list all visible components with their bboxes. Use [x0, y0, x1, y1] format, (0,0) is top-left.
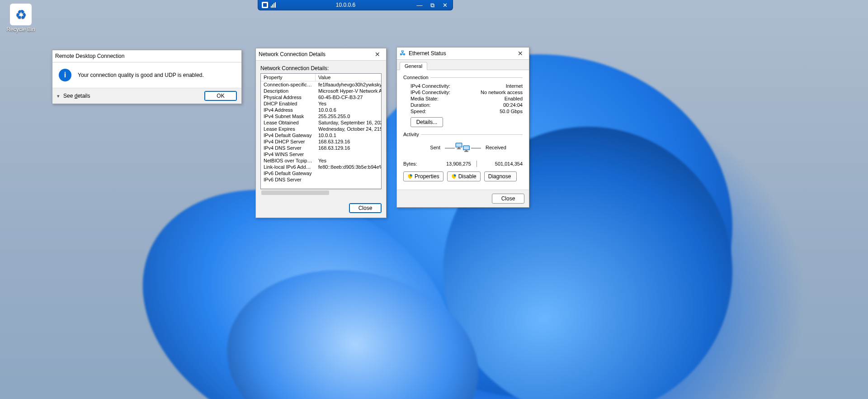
chevron-down-icon[interactable]: ▾ — [57, 93, 60, 99]
table-row[interactable]: DHCP EnabledYes — [261, 100, 382, 107]
property-cell: IPv4 DNS Server — [261, 145, 316, 151]
table-row[interactable]: IPv6 DNS Server — [261, 176, 382, 183]
table-row[interactable]: DescriptionMicrosoft Hyper-V Network Ada… — [261, 88, 382, 94]
table-row[interactable]: IPv4 Default Gateway10.0.0.1 — [261, 132, 382, 138]
eth-titlebar[interactable]: 🖧 Ethernet Status ✕ — [397, 48, 529, 60]
property-cell: NetBIOS over Tcpip En… — [261, 157, 316, 164]
value-cell: Yes — [316, 157, 382, 164]
kv-value: Internet — [506, 83, 523, 89]
network-connection-details-dialog: Network Connection Details ✕ Network Con… — [255, 48, 387, 218]
table-row[interactable]: IPv4 DHCP Server168.63.129.16 — [261, 138, 382, 145]
kv-value: 50.0 Gbps — [500, 109, 523, 114]
table-row[interactable]: Connection-specific DN…fe1lfaaudyhevgo30… — [261, 81, 382, 88]
table-row[interactable]: IPv4 WINS Server — [261, 151, 382, 157]
details-button[interactable]: Details... — [410, 117, 443, 127]
col-property[interactable]: Property — [261, 74, 316, 81]
session-minimize-button[interactable]: — — [414, 1, 425, 9]
close-icon[interactable]: ✕ — [372, 50, 383, 59]
kv-value: Enabled — [505, 96, 523, 101]
kv-row: Speed:50.0 Gbps — [403, 108, 523, 114]
sent-label: Sent — [403, 145, 445, 150]
value-cell: Saturday, September 16, 2023 8:34:17 PM — [316, 119, 382, 126]
property-cell: Connection-specific DN… — [261, 81, 316, 88]
ncd-titlebar[interactable]: Network Connection Details ✕ — [256, 48, 386, 61]
rdc-title: Remote Desktop Connection — [55, 53, 239, 59]
properties-label: Properties — [415, 173, 439, 180]
table-row[interactable]: Physical Address60-45-BD-CF-B3-27 — [261, 94, 382, 100]
svg-rect-2 — [458, 147, 460, 148]
close-icon[interactable]: ✕ — [514, 49, 526, 58]
table-row[interactable]: NetBIOS over Tcpip En…Yes — [261, 157, 382, 164]
computers-icon — [455, 141, 471, 154]
kv-value: 00:24:04 — [503, 102, 523, 108]
kv-key: Media State: — [403, 96, 439, 101]
property-cell: IPv4 Address — [261, 107, 316, 113]
property-cell: IPv6 Default Gateway — [261, 170, 316, 176]
ncd-caption: Network Connection Details: — [260, 65, 382, 71]
see-details-link[interactable]: See details — [63, 93, 90, 99]
value-cell: Yes — [316, 100, 382, 107]
eth-tabstrip: General — [397, 60, 529, 70]
session-close-button[interactable]: ✕ — [439, 1, 451, 9]
property-cell: Link-local IPv6 Address — [261, 164, 316, 170]
property-cell: Description — [261, 88, 316, 94]
table-row[interactable]: IPv4 Subnet Mask255.255.255.0 — [261, 113, 382, 119]
table-row[interactable]: Lease ExpiresWednesday, October 24, 2159… — [261, 126, 382, 132]
connection-section: Connection IPv4 Connectivity:InternetIPv… — [403, 75, 523, 127]
close-button[interactable]: Close — [349, 203, 382, 213]
info-icon: i — [59, 69, 71, 81]
disable-button[interactable]: Disable — [447, 171, 481, 181]
bytes-sent: 13,908,275 — [430, 161, 471, 166]
ok-button[interactable]: OK — [204, 91, 237, 101]
see-details-text: etails — [77, 93, 90, 99]
tab-general[interactable]: General — [400, 62, 427, 70]
value-cell: 60-45-BD-CF-B3-27 — [316, 94, 382, 100]
value-cell — [316, 176, 382, 183]
signal-icon[interactable] — [271, 2, 276, 8]
connection-legend: Connection — [403, 75, 430, 80]
bytes-label: Bytes: — [403, 161, 430, 166]
value-cell: Wednesday, October 24, 2159 3:24:44 AM — [316, 126, 382, 132]
properties-button[interactable]: Properties — [403, 171, 443, 181]
shield-icon — [407, 174, 413, 179]
svg-rect-3 — [457, 148, 461, 149]
property-cell: IPv4 WINS Server — [261, 151, 316, 157]
value-cell: Microsoft Hyper-V Network Adapter — [316, 88, 382, 94]
table-row[interactable]: Link-local IPv6 Addressfe80::8eeb:d905:3… — [261, 164, 382, 170]
shield-icon — [451, 174, 457, 179]
diagnose-button[interactable]: Diagnose — [484, 171, 517, 181]
property-cell: Lease Obtained — [261, 119, 316, 126]
activity-section: Activity Sent —— — [403, 132, 523, 182]
property-cell: IPv4 DHCP Server — [261, 138, 316, 145]
rdc-quality-dialog: Remote Desktop Connection i Your connect… — [52, 50, 242, 104]
value-cell: 255.255.255.0 — [316, 113, 382, 119]
kv-row: Media State:Enabled — [403, 95, 523, 102]
ethernet-icon: 🖧 — [400, 50, 406, 57]
table-row[interactable]: IPv4 DNS Server168.63.129.16 — [261, 145, 382, 151]
table-row[interactable]: Lease ObtainedSaturday, September 16, 20… — [261, 119, 382, 126]
value-cell: 168.63.129.16 — [316, 138, 382, 145]
col-value[interactable]: Value — [316, 74, 382, 81]
kv-row: IPv6 Connectivity:No network access — [403, 89, 523, 95]
table-row[interactable]: IPv4 Address10.0.0.6 — [261, 107, 382, 113]
desktop: ♻ Recycle Bin 10.0.0.6 — ⧉ ✕ Remote Desk… — [0, 0, 868, 399]
table-row[interactable]: IPv6 Default Gateway — [261, 170, 382, 176]
recycle-bin[interactable]: ♻ Recycle Bin — [4, 4, 38, 33]
close-button[interactable]: Close — [492, 194, 524, 204]
kv-key: IPv4 Connectivity: — [403, 83, 450, 89]
scrollbar-thumb[interactable] — [261, 190, 329, 195]
property-cell: IPv6 DNS Server — [261, 176, 316, 183]
eth-title: Ethernet Status — [409, 50, 514, 57]
kv-row: Duration:00:24:04 — [403, 102, 523, 108]
remote-session-bar[interactable]: 10.0.0.6 — ⧉ ✕ — [258, 0, 453, 10]
value-cell — [316, 151, 382, 157]
pin-icon[interactable] — [262, 2, 268, 8]
svg-rect-1 — [456, 143, 462, 147]
session-restore-button[interactable]: ⧉ — [426, 1, 438, 9]
rdc-titlebar[interactable]: Remote Desktop Connection — [52, 50, 241, 62]
property-cell: Physical Address — [261, 94, 316, 100]
received-label: Received — [481, 145, 523, 150]
ncd-grid[interactable]: Property Value Connection-specific DN…fe… — [260, 73, 382, 189]
ncd-horizontal-scrollbar[interactable] — [260, 189, 382, 196]
value-cell: 10.0.0.6 — [316, 107, 382, 113]
